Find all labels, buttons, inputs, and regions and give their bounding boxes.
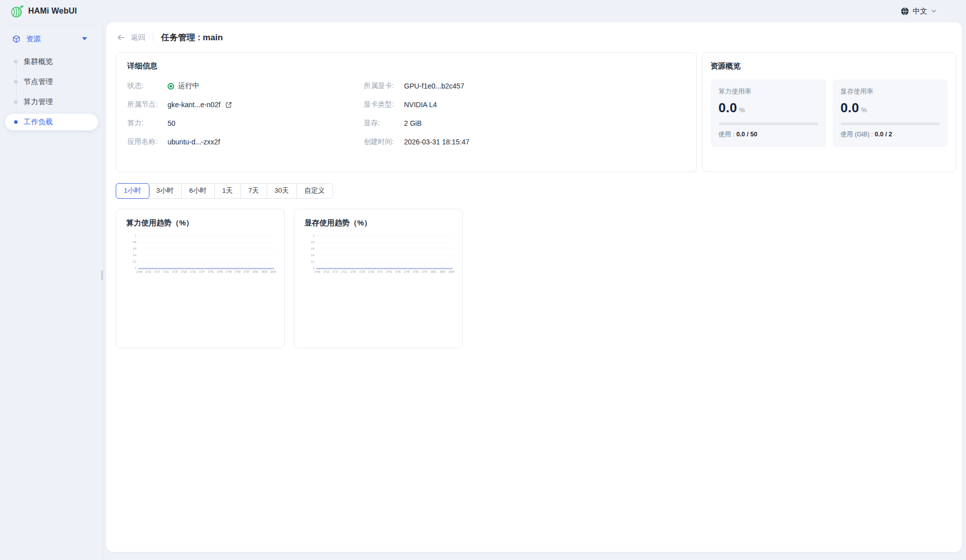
field-value-text: 2026-03-31 18:15:47 xyxy=(404,138,469,146)
hami-logo-icon xyxy=(10,5,24,18)
svg-text:0.4: 0.4 xyxy=(311,254,315,257)
field-value-text: 运行中 xyxy=(178,82,199,91)
resource-card-title: 资源概览 xyxy=(710,61,948,71)
svg-text:17:49: 17:49 xyxy=(226,271,232,273)
svg-text:17:17: 17:17 xyxy=(333,271,339,273)
svg-text:17:13: 17:13 xyxy=(324,271,330,273)
svg-text:18:05: 18:05 xyxy=(262,271,268,273)
time-tab-1[interactable]: 3小时 xyxy=(149,184,182,198)
field-value-text: NVIDIA L4 xyxy=(404,101,437,109)
sidebar-item-1[interactable]: 节点管理 xyxy=(5,73,98,90)
external-link-icon[interactable] xyxy=(225,102,232,108)
progress-bar xyxy=(841,122,940,125)
detail-field-row: 所属显卡:GPU-f1e0...b2c457 xyxy=(364,82,685,91)
chart-title: 显存使用趋势（%） xyxy=(304,218,455,228)
svg-text:17:25: 17:25 xyxy=(172,271,178,273)
svg-text:0.6: 0.6 xyxy=(311,248,315,250)
time-tab-0[interactable]: 1小时 xyxy=(116,183,149,199)
status-running-icon xyxy=(168,83,174,90)
sidebar-item-0[interactable]: 集群概览 xyxy=(5,53,98,70)
field-value: 2 GiB xyxy=(404,119,422,127)
stat-value: 0.0 xyxy=(841,100,859,116)
detail-field-row: 应用名称:ubuntu-d...-zxx2f xyxy=(127,137,364,146)
chart-card-1: 显存使用趋势（%）00.20.40.60.8117:0917:1317:1717… xyxy=(294,209,463,348)
field-label: 显存: xyxy=(364,119,404,128)
stat-box-0: 算力使用率0.0%使用 : 0.0 / 50 xyxy=(710,79,826,147)
field-value: 运行中 xyxy=(168,82,199,91)
sidebar-item-dot xyxy=(14,80,18,84)
time-tab-5[interactable]: 30天 xyxy=(267,184,297,198)
svg-text:17:29: 17:29 xyxy=(359,271,365,273)
stat-box-1: 显存使用率0.0%使用 (GiB) : 0.0 / 2 xyxy=(833,79,948,147)
page-title: 任务管理 : main xyxy=(161,32,223,43)
svg-text:1: 1 xyxy=(135,234,136,237)
svg-text:17:21: 17:21 xyxy=(341,271,347,273)
sidebar-item-2[interactable]: 算力管理 xyxy=(5,94,98,110)
svg-text:17:57: 17:57 xyxy=(244,271,250,273)
time-tab-3[interactable]: 1天 xyxy=(215,184,241,198)
time-tab-6[interactable]: 自定义 xyxy=(297,184,333,198)
time-tab-4[interactable]: 7天 xyxy=(241,184,267,198)
field-label: 所属显卡: xyxy=(364,82,404,91)
svg-text:0.2: 0.2 xyxy=(311,261,315,263)
field-label: 状态: xyxy=(127,82,168,91)
back-button[interactable]: 返回 xyxy=(131,33,145,42)
sidebar-item-dot xyxy=(14,120,18,124)
stat-usage: 使用 : 0.0 / 50 xyxy=(718,130,818,139)
svg-text:17:57: 17:57 xyxy=(422,271,428,273)
sidebar-group-resources[interactable]: 资源 xyxy=(0,28,103,50)
svg-text:0.2: 0.2 xyxy=(133,261,137,263)
line-chart-svg: 00.20.40.60.8117:0917:1317:1717:2117:251… xyxy=(126,233,277,276)
language-label: 中文 xyxy=(913,7,927,16)
app-title: HAMi WebUI xyxy=(28,7,77,16)
detail-field-row: 显卡类型:NVIDIA L4 xyxy=(364,100,685,109)
field-value[interactable]: gke-kant...e-n02f xyxy=(168,101,232,109)
svg-text:17:37: 17:37 xyxy=(199,271,205,273)
chart-card-0: 算力使用趋势（%）00.20.40.60.8117:0917:1317:1717… xyxy=(116,209,285,348)
charts-row: 算力使用趋势（%）00.20.40.60.8117:0917:1317:1717… xyxy=(116,209,956,348)
field-value-text: ubuntu-d...-zxx2f xyxy=(168,138,220,146)
line-chart-svg: 00.20.40.60.8117:0917:1317:1717:2117:251… xyxy=(304,233,455,276)
field-label: 应用名称: xyxy=(127,137,168,146)
svg-text:17:33: 17:33 xyxy=(190,271,196,273)
field-value-text: GPU-f1e0...b2c457 xyxy=(404,82,464,90)
field-value: ubuntu-d...-zxx2f xyxy=(168,138,220,146)
back-arrow-icon[interactable] xyxy=(117,33,125,42)
sidebar-item-label: 算力管理 xyxy=(24,97,53,107)
time-tab-2[interactable]: 6小时 xyxy=(182,184,215,198)
detail-field-row: 算力:50 xyxy=(127,119,364,128)
stat-label: 算力使用率 xyxy=(718,87,818,96)
sidebar-resize-handle[interactable] xyxy=(101,270,103,280)
field-value: 50 xyxy=(168,119,176,127)
top-header: HAMi WebUI 中文 xyxy=(0,0,966,22)
sidebar-item-3[interactable]: 工作负载 xyxy=(5,114,98,130)
field-value: 2026-03-31 18:15:47 xyxy=(404,138,469,146)
language-selector[interactable]: 中文 xyxy=(901,7,937,16)
sidebar-menu: 集群概览节点管理算力管理工作负载 xyxy=(0,53,103,130)
field-label: 创建时间: xyxy=(364,137,404,146)
cube-icon xyxy=(12,35,21,43)
svg-text:17:29: 17:29 xyxy=(181,271,187,273)
detail-card-title: 详细信息 xyxy=(127,61,685,71)
svg-text:18:09: 18:09 xyxy=(271,271,277,273)
field-value-text: gke-kant...e-n02f xyxy=(168,101,220,109)
svg-text:17:45: 17:45 xyxy=(395,271,401,273)
caret-down-icon xyxy=(82,37,87,40)
sidebar: 资源 集群概览节点管理算力管理工作负载 xyxy=(0,22,104,560)
stat-unit: % xyxy=(739,106,745,114)
stat-label: 显存使用率 xyxy=(841,87,940,96)
sidebar-item-label: 集群概览 xyxy=(24,57,53,66)
svg-text:18:01: 18:01 xyxy=(253,271,259,273)
svg-text:17:09: 17:09 xyxy=(314,271,320,273)
svg-text:17:09: 17:09 xyxy=(136,271,142,273)
detail-field-row: 所属节点:gke-kant...e-n02f xyxy=(127,100,364,109)
page-head: 返回 任务管理 : main xyxy=(116,29,956,45)
svg-text:17:45: 17:45 xyxy=(217,271,223,273)
svg-text:17:17: 17:17 xyxy=(154,271,160,273)
sidebar-divider xyxy=(6,25,97,26)
svg-text:17:49: 17:49 xyxy=(404,271,410,273)
svg-text:0: 0 xyxy=(135,267,136,270)
sidebar-item-label: 工作负载 xyxy=(24,117,53,127)
brand: HAMi WebUI xyxy=(10,5,77,18)
sidebar-group-label: 资源 xyxy=(26,34,76,44)
